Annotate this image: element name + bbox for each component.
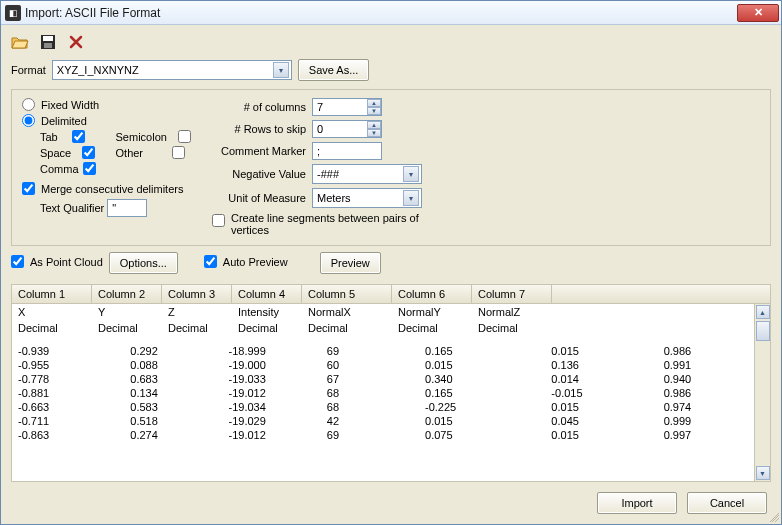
num-cols-spinner[interactable]: 7 ▲▼	[312, 98, 382, 116]
settings-panel: Fixed Width Delimited Tab Space Comma	[11, 89, 771, 246]
table-cell: -0.015	[545, 386, 657, 400]
spin-down-icon[interactable]: ▼	[367, 107, 381, 115]
col-header[interactable]: Column 3	[162, 285, 232, 303]
rows-skip-spinner[interactable]: 0 ▲▼	[312, 120, 382, 138]
col-header[interactable]: Column 6	[392, 285, 472, 303]
table-cell: 42	[321, 414, 419, 428]
delimited-label: Delimited	[41, 115, 87, 127]
footer-bar: Import Cancel	[11, 482, 771, 514]
preview-button[interactable]: Preview	[320, 252, 381, 274]
options-button[interactable]: Options...	[109, 252, 178, 274]
close-button[interactable]: ✕	[737, 4, 779, 22]
col-header[interactable]: Column 7	[472, 285, 552, 303]
scroll-up-icon[interactable]: ▲	[756, 305, 770, 319]
import-button[interactable]: Import	[597, 492, 677, 514]
preview-grid: Column 1 Column 2 Column 3 Column 4 Colu…	[11, 284, 771, 482]
table-cell: -0.939	[12, 344, 124, 358]
comment-row: Comment Marker ;	[212, 142, 760, 160]
lineseg-check[interactable]: Create line segments between pairs of ve…	[212, 212, 760, 236]
table-cell: -0.955	[12, 358, 124, 372]
table-cell: 69	[321, 428, 419, 442]
table-row[interactable]: -0.9550.088-19.000600.0150.1360.991	[12, 358, 770, 372]
table-row[interactable]: -0.7110.518-19.029420.0150.0450.999	[12, 414, 770, 428]
table-row[interactable]: -0.8810.134-19.012680.165-0.0150.986	[12, 386, 770, 400]
text-qualifier-row: Text Qualifier "	[40, 199, 212, 217]
content-area: Format XYZ_I_NXNYNZ ▾ Save As... Fixed W…	[1, 25, 781, 524]
col-header[interactable]: Column 5	[302, 285, 392, 303]
comma-check[interactable]: Comma	[40, 162, 98, 175]
name-row: X Y Z Intensity NormalX NormalY NormalZ	[12, 304, 770, 320]
merge-check[interactable]: Merge consecutive delimiters	[22, 182, 212, 195]
table-cell: 0.583	[124, 400, 222, 414]
vertical-scrollbar[interactable]: ▲ ▼	[754, 304, 770, 481]
table-cell: -0.778	[12, 372, 124, 386]
table-cell: 0.045	[545, 414, 657, 428]
table-cell: -0.663	[12, 400, 124, 414]
delete-icon[interactable]	[67, 33, 85, 51]
neg-row: Negative Value -### ▾	[212, 164, 760, 184]
other-checkbox[interactable]	[172, 146, 185, 159]
grid-body[interactable]: X Y Z Intensity NormalX NormalY NormalZ …	[12, 304, 770, 481]
other-label: Other	[116, 147, 144, 159]
semicolon-checkbox[interactable]	[178, 130, 191, 143]
spin-up-icon[interactable]: ▲	[367, 99, 381, 107]
delimited-radio[interactable]: Delimited	[22, 114, 212, 127]
table-cell: 0.015	[545, 428, 657, 442]
table-cell: 0.518	[124, 414, 222, 428]
table-row[interactable]: -0.7780.683-19.033670.3400.0140.940	[12, 372, 770, 386]
app-icon: ◧	[5, 5, 21, 21]
semicolon-check[interactable]: Semicolon	[116, 130, 193, 143]
table-cell: -18.999	[223, 344, 321, 358]
fixed-width-radio[interactable]: Fixed Width	[22, 98, 212, 111]
resize-grip-icon[interactable]	[767, 510, 779, 522]
neg-combo[interactable]: -### ▾	[312, 164, 422, 184]
space-check[interactable]: Space	[40, 146, 98, 159]
comment-input[interactable]: ;	[312, 142, 382, 160]
fixed-width-radio-input[interactable]	[22, 98, 35, 111]
scroll-down-icon[interactable]: ▼	[756, 466, 770, 480]
text-qualifier-input[interactable]: "	[107, 199, 147, 217]
col-header[interactable]: Column 4	[232, 285, 302, 303]
space-checkbox[interactable]	[82, 146, 95, 159]
table-cell: -0.225	[419, 400, 545, 414]
table-cell: 0.134	[124, 386, 222, 400]
table-cell: -19.000	[223, 358, 321, 372]
chevron-down-icon: ▾	[273, 62, 289, 78]
autopreview-check[interactable]: Auto Preview	[204, 255, 288, 268]
table-cell: -0.863	[12, 428, 124, 442]
lineseg-checkbox[interactable]	[212, 214, 225, 227]
open-icon[interactable]	[11, 33, 29, 51]
tab-checkbox[interactable]	[72, 130, 85, 143]
col-name: Intensity	[238, 306, 308, 318]
autopreview-checkbox[interactable]	[204, 255, 217, 268]
table-row[interactable]: -0.6630.583-19.03468-0.2250.0150.974	[12, 400, 770, 414]
cancel-button[interactable]: Cancel	[687, 492, 767, 514]
tab-check[interactable]: Tab	[40, 130, 98, 143]
spin-up-icon[interactable]: ▲	[367, 121, 381, 129]
col-header[interactable]: Column 1	[12, 285, 92, 303]
table-cell: 68	[321, 386, 419, 400]
unit-combo[interactable]: Meters ▾	[312, 188, 422, 208]
pointcloud-check[interactable]: As Point Cloud	[11, 255, 103, 268]
table-row[interactable]: -0.9390.292-18.999690.1650.0150.986	[12, 344, 770, 358]
table-cell: -19.034	[223, 400, 321, 414]
save-icon[interactable]	[39, 33, 57, 51]
format-combo[interactable]: XYZ_I_NXNYNZ ▾	[52, 60, 292, 80]
saveas-button[interactable]: Save As...	[298, 59, 370, 81]
spin-down-icon[interactable]: ▼	[367, 129, 381, 137]
svg-rect-2	[44, 43, 52, 48]
pointcloud-checkbox[interactable]	[11, 255, 24, 268]
other-check[interactable]: Other	[116, 146, 193, 159]
options-row: As Point Cloud Options... Auto Preview P…	[11, 252, 771, 274]
comma-checkbox[interactable]	[83, 162, 96, 175]
chevron-down-icon: ▾	[403, 190, 419, 206]
scroll-thumb[interactable]	[756, 321, 770, 341]
merge-checkbox[interactable]	[22, 182, 35, 195]
merge-label: Merge consecutive delimiters	[41, 183, 183, 195]
delimiter-column: Fixed Width Delimited Tab Space Comma	[22, 98, 212, 239]
delimited-radio-input[interactable]	[22, 114, 35, 127]
table-row[interactable]: -0.8630.274-19.012690.0750.0150.997	[12, 428, 770, 442]
num-cols-value: 7	[317, 101, 323, 113]
col-type: Decimal	[398, 322, 478, 334]
col-header[interactable]: Column 2	[92, 285, 162, 303]
